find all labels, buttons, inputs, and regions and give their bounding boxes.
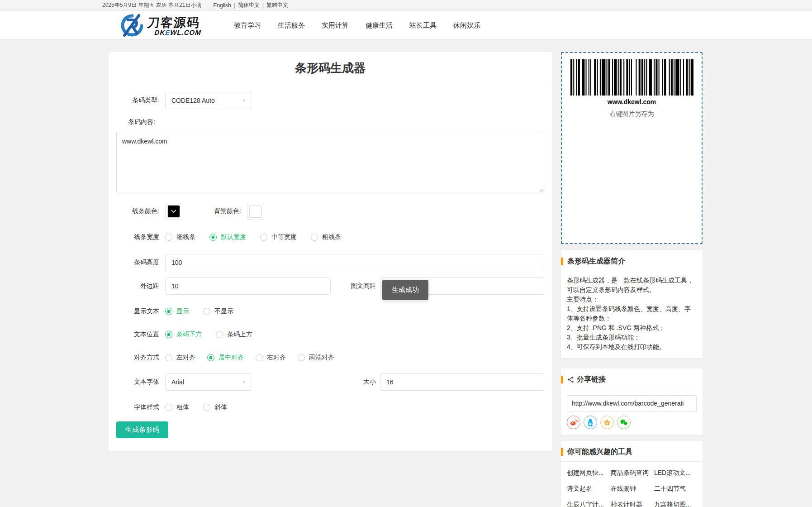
- select-value: Arial: [171, 378, 184, 386]
- radio-circle: [165, 354, 172, 361]
- barcode-text: www.dkewl.com: [570, 98, 693, 105]
- bg-color-picker[interactable]: [247, 203, 264, 220]
- radio-italic[interactable]: 斜体: [203, 403, 227, 411]
- alignment-radio-group: 左对齐 居中对齐 右对齐 两端对齐: [165, 354, 348, 362]
- nav-item-calculators[interactable]: 实用计算: [322, 21, 349, 30]
- radio-label: 不显示: [214, 307, 233, 316]
- generate-barcode-button[interactable]: 生成条形码: [116, 421, 168, 438]
- topbar: 2025年5月9日 星期五 农历 本月21日小满 English | 简体中文 …: [0, 0, 812, 11]
- radio-bold[interactable]: 粗体: [165, 403, 189, 411]
- logo-text: 刀客源码 DKEWL.COM: [146, 17, 203, 36]
- radio-thick-line[interactable]: 粗线条: [311, 233, 341, 241]
- lang-english[interactable]: English: [213, 2, 231, 9]
- nav-item-webmaster-tools[interactable]: 站长工具: [409, 21, 437, 30]
- text-position-radio-group: 条码下方 条码上方: [165, 330, 266, 339]
- nav-item-entertainment[interactable]: 休闲娱乐: [453, 21, 480, 30]
- tool-link-webpage-shortcut[interactable]: 创建网页快...: [567, 469, 611, 477]
- nav-item-life-services[interactable]: 生活服务: [278, 21, 305, 30]
- radio-circle: [203, 404, 210, 411]
- radio-label: 条码下方: [176, 330, 202, 339]
- tool-link-stopwatch[interactable]: 秒表计时器: [611, 501, 654, 507]
- radio-circle: [165, 331, 172, 338]
- barcode-content-textarea[interactable]: www.dkewl.com: [116, 132, 544, 192]
- intro-panel-header: 条形码生成器简介: [561, 250, 703, 271]
- radio-medium-width[interactable]: 中等宽度: [260, 233, 297, 241]
- preview-hint: 右键图片另存为: [562, 110, 702, 118]
- outer-margin-label: 外边距: [116, 282, 159, 290]
- intro-panel: 条形码生成器简介 条形码生成器，是一款在线条形码生成工具，可以自定义条形码内容及…: [561, 250, 703, 358]
- share-url-input[interactable]: [567, 395, 697, 411]
- radio-align-left[interactable]: 左对齐: [165, 354, 195, 362]
- lang-traditional-chinese[interactable]: 繁體中文: [266, 1, 288, 9]
- outer-margin-input[interactable]: [165, 277, 331, 295]
- radio-circle: [165, 234, 172, 241]
- radio-hide[interactable]: 不显示: [203, 307, 233, 316]
- share-title: 分享链接: [577, 375, 606, 384]
- radio-label: 斜体: [214, 403, 227, 411]
- separator: |: [262, 2, 264, 9]
- intro-paragraph: 条形码生成器，是一款在线条形码生成工具，可以自定义条形码内容及样式。: [567, 276, 697, 295]
- select-value: CODE128 Auto: [171, 97, 215, 104]
- logo-domain: DKEWL.COM: [154, 29, 202, 36]
- orange-bar: [561, 258, 563, 265]
- font-style-label: 字体样式: [116, 403, 159, 411]
- barcode-content-label: 条码内容:: [116, 118, 544, 126]
- intro-paragraph: 1、支持设置条码线条颜色、宽度、高度、字体等各种参数；: [567, 304, 697, 323]
- tool-link-bazi-calculator[interactable]: 生辰八字计...: [567, 501, 611, 507]
- nav-item-health[interactable]: 健康生活: [366, 21, 393, 30]
- tool-link-24-solar-terms[interactable]: 二十四节气: [654, 485, 697, 493]
- font-size-label: 大小: [344, 378, 376, 386]
- radio-circle: [216, 331, 223, 338]
- wechat-icon[interactable]: [617, 416, 631, 429]
- tool-link-poem-naming[interactable]: 诗文起名: [567, 485, 611, 493]
- line-color-swatch: [167, 205, 180, 218]
- radio-align-right[interactable]: 右对齐: [256, 354, 286, 362]
- radio-circle: [207, 354, 214, 361]
- logo-icon: [119, 14, 145, 39]
- radio-align-center[interactable]: 居中对齐: [207, 354, 244, 362]
- barcode-image[interactable]: www.dkewl.com: [570, 59, 693, 105]
- barcode-height-input[interactable]: [165, 254, 544, 271]
- show-text-label: 显示文本: [116, 307, 159, 316]
- qzone-icon[interactable]: Z: [600, 416, 614, 429]
- svg-text:Z: Z: [606, 421, 608, 424]
- radio-above-barcode[interactable]: 条码上方: [216, 330, 252, 339]
- site-logo[interactable]: 刀客源码 DKEWL.COM: [119, 14, 202, 39]
- tool-link-online-alarm[interactable]: 在线闹钟: [611, 485, 654, 493]
- tool-link-led-scrolling-text[interactable]: LED滚动文...: [654, 469, 697, 477]
- tool-link-product-barcode-lookup[interactable]: 商品条码查询: [611, 469, 654, 477]
- bg-color-label: 背景颜色:: [182, 207, 241, 215]
- page-title: 条形码生成器: [109, 52, 552, 83]
- radio-label: 显示: [176, 307, 189, 316]
- radio-default-width[interactable]: 默认宽度: [209, 233, 246, 241]
- radio-circle: [260, 234, 267, 241]
- separator: |: [234, 2, 235, 9]
- lang-simplified-chinese[interactable]: 简体中文: [238, 1, 260, 9]
- bg-color-swatch: [249, 205, 262, 218]
- radio-show[interactable]: 显示: [165, 307, 189, 316]
- radio-below-barcode[interactable]: 条码下方: [165, 330, 202, 339]
- share-icon: [567, 376, 574, 383]
- tool-link-grid-image-cutter[interactable]: 九宫格切图...: [654, 501, 697, 507]
- qq-icon[interactable]: [584, 416, 597, 429]
- radio-label: 两端对齐: [309, 354, 334, 362]
- intro-title: 条形码生成器简介: [567, 257, 625, 266]
- radio-thin-line[interactable]: 细线条: [165, 233, 195, 241]
- font-size-input[interactable]: [380, 373, 544, 391]
- barcode-type-select[interactable]: CODE128 Auto ▼: [165, 92, 251, 109]
- radio-label: 细线条: [176, 233, 195, 241]
- radio-circle: [165, 308, 172, 315]
- weibo-icon[interactable]: [567, 416, 580, 429]
- radio-align-justify[interactable]: 两端对齐: [298, 354, 334, 362]
- barcode-type-label: 条码类型:: [116, 96, 159, 105]
- share-panel: 分享链接: [561, 368, 703, 435]
- line-color-label: 线条颜色:: [116, 207, 159, 215]
- chevron-down-icon: ▼: [242, 380, 246, 384]
- text-font-label: 文本字体: [116, 378, 159, 386]
- nav-item-education[interactable]: 教育学习: [234, 21, 261, 30]
- radio-circle: [209, 234, 217, 241]
- text-font-select[interactable]: Arial ▼: [165, 373, 251, 391]
- line-color-picker[interactable]: [165, 203, 182, 220]
- chevron-down-icon: ▼: [242, 99, 246, 103]
- intro-paragraph: 主要特点：: [567, 295, 697, 304]
